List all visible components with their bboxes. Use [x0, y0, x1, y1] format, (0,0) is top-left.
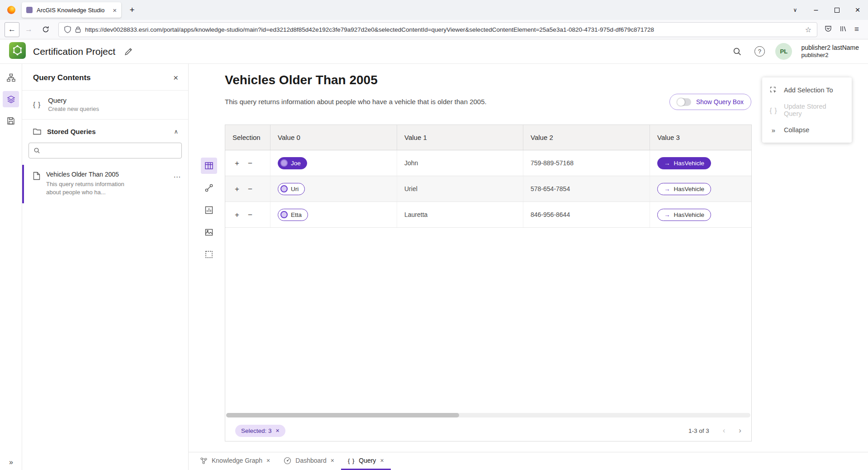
close-tab-icon[interactable]: ×: [380, 457, 384, 464]
link-chart-view-button[interactable]: [201, 180, 217, 196]
tab-dashboard[interactable]: Dashboard ×: [277, 452, 341, 470]
entity-pill[interactable]: Joe: [278, 157, 307, 169]
add-to-selection-button[interactable]: +: [235, 159, 239, 167]
remove-from-selection-button[interactable]: −: [248, 159, 252, 167]
relationship-pill[interactable]: → HasVehicle: [657, 209, 711, 221]
scrollbar-thumb[interactable]: [226, 413, 459, 417]
rail-expand-button[interactable]: »: [0, 458, 22, 466]
entity-cell: Etta: [270, 202, 397, 227]
menu-item-add-selection-to[interactable]: Add Selection To: [762, 80, 852, 100]
braces-icon: { }: [769, 106, 778, 114]
rail-contents-button[interactable]: [3, 69, 19, 86]
bottom-tab-bar: Knowledge Graph × Dashboard × { } Query …: [189, 452, 868, 470]
list-all-tabs-button[interactable]: ∨: [785, 0, 806, 20]
window-close-button[interactable]: ×: [847, 0, 868, 20]
menu-icon[interactable]: ≡: [854, 25, 859, 34]
previous-page-button[interactable]: ‹: [723, 426, 726, 435]
relationship-pill[interactable]: → HasVehicle: [657, 157, 711, 169]
search-button[interactable]: [730, 45, 744, 58]
table-row[interactable]: + − Uri Uriel 578-654-7854 → HasVehicle: [225, 176, 751, 202]
panel-close-icon[interactable]: ×: [173, 73, 178, 83]
stored-queries-search[interactable]: [28, 143, 182, 158]
project-title: Certification Project: [33, 46, 115, 57]
tab-knowledge-graph[interactable]: Knowledge Graph ×: [193, 452, 277, 470]
relationship-cell: → HasVehicle: [650, 150, 751, 176]
firefox-menu-button[interactable]: [5, 3, 18, 17]
more-options-icon[interactable]: …: [173, 171, 181, 196]
avatar[interactable]: PL: [775, 43, 792, 60]
entity-pill[interactable]: Etta: [278, 209, 308, 221]
entity-label: Etta: [291, 211, 302, 218]
maximize-button[interactable]: [826, 0, 847, 20]
help-button[interactable]: ?: [753, 45, 766, 58]
stored-query-text: Vehicles Older Than 2005 This query retu…: [46, 171, 139, 196]
tab-query[interactable]: { } Query ×: [341, 452, 391, 470]
add-to-selection-button[interactable]: +: [235, 185, 239, 193]
new-query-item[interactable]: { } Query Create new queries: [22, 91, 188, 120]
user-block[interactable]: publisher2 lastName publisher2: [801, 44, 859, 59]
bookmark-star-icon[interactable]: ☆: [805, 25, 811, 34]
search-icon: [33, 147, 40, 154]
column-header-value0[interactable]: Value 0: [270, 125, 397, 150]
chevron-up-icon[interactable]: ∧: [174, 128, 178, 135]
column-header-value1[interactable]: Value 1: [397, 125, 523, 150]
selected-count-chip[interactable]: Selected: 3 ×: [235, 425, 285, 437]
query-title: Vehicles Older Than 2005: [225, 73, 378, 87]
horizontal-scrollbar[interactable]: [226, 413, 750, 417]
close-tab-icon[interactable]: ×: [331, 457, 334, 464]
tracking-shield-icon[interactable]: [64, 26, 71, 33]
remove-from-selection-button[interactable]: −: [248, 211, 252, 219]
relationship-pill[interactable]: → HasVehicle: [657, 183, 711, 195]
add-selection-icon: [769, 86, 778, 94]
chart-view-button[interactable]: [201, 202, 217, 218]
reload-button[interactable]: [38, 22, 53, 37]
edit-title-button[interactable]: [124, 48, 133, 56]
new-tab-button[interactable]: +: [125, 3, 139, 17]
table-view-button[interactable]: [201, 158, 217, 174]
query-contents-panel: Query Contents × { } Query Create new qu…: [22, 64, 189, 470]
user-subname: publisher2: [801, 52, 859, 59]
toggle-track[interactable]: [677, 98, 691, 106]
menu-item-collapse[interactable]: » Collapse: [762, 120, 852, 140]
close-tab-icon[interactable]: ×: [266, 457, 270, 464]
map-view-button[interactable]: [201, 224, 217, 240]
value2-cell: 578-654-7854: [523, 176, 650, 201]
relationship-label: HasVehicle: [674, 186, 705, 192]
tab-close-icon[interactable]: ×: [113, 6, 117, 14]
rail-save-button[interactable]: [3, 113, 19, 129]
search-input[interactable]: [44, 147, 177, 154]
braces-icon: { }: [33, 101, 41, 108]
page-range-label: 1-3 of 3: [688, 427, 709, 434]
table-row[interactable]: + − Etta Lauretta 846-956-8644 → HasVehi…: [225, 202, 751, 228]
toggle-knob: [677, 98, 685, 106]
chart-icon: [204, 206, 213, 215]
browser-tab[interactable]: ArcGIS Knowledge Studio ×: [22, 2, 121, 18]
stored-query-item[interactable]: Vehicles Older Than 2005 This query retu…: [22, 165, 188, 203]
select-tool-button[interactable]: [201, 246, 217, 263]
add-to-selection-button[interactable]: +: [235, 211, 239, 219]
save-to-pocket-icon[interactable]: [825, 25, 832, 34]
user-name: publisher2 lastName: [801, 44, 859, 52]
remove-from-selection-button[interactable]: −: [248, 185, 252, 193]
column-header-selection[interactable]: Selection: [225, 125, 270, 150]
minimize-button[interactable]: –: [806, 0, 826, 20]
column-header-value3[interactable]: Value 3: [650, 125, 751, 150]
entity-pill[interactable]: Uri: [278, 183, 305, 195]
table-row[interactable]: + − Joe John 759-889-57168 → HasVehicle: [225, 150, 751, 176]
rail-layers-button[interactable]: [3, 91, 19, 107]
lock-icon[interactable]: [75, 26, 81, 33]
clear-selection-icon[interactable]: ×: [276, 427, 280, 434]
show-query-box-toggle[interactable]: Show Query Box: [669, 94, 751, 110]
column-header-value2[interactable]: Value 2: [523, 125, 650, 150]
forward-button[interactable]: →: [21, 22, 36, 37]
stored-queries-header[interactable]: Stored Queries ∧: [22, 120, 188, 140]
url-bar[interactable]: https://dev0028833.esri.com/portal/apps/…: [58, 22, 817, 37]
back-button[interactable]: ←: [5, 22, 19, 37]
next-page-button[interactable]: ›: [739, 426, 741, 435]
value1-cell: Lauretta: [397, 202, 523, 227]
value2-cell: 759-889-57168: [523, 150, 650, 176]
url-text[interactable]: https://dev0028833.esri.com/portal/apps/…: [85, 26, 801, 33]
entity-cell: Uri: [270, 176, 397, 201]
library-icon[interactable]: [840, 25, 846, 34]
menu-item-update-stored-query[interactable]: { } Update Stored Query: [762, 100, 852, 120]
